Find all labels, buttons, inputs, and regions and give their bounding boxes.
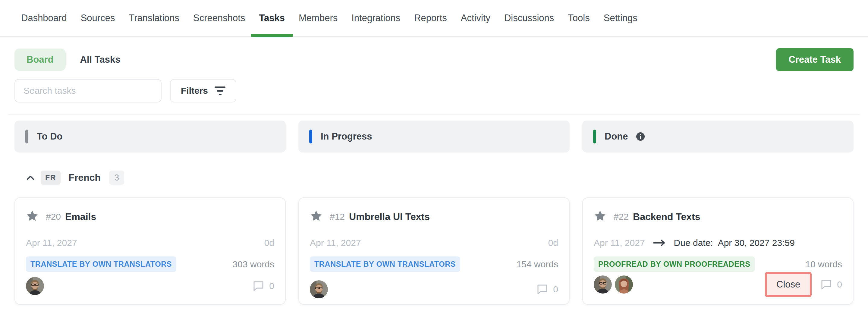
language-code-badge: FR	[41, 171, 61, 185]
task-card-12[interactable]: #12 Umbrella UI Texts Apr 11, 2027 0d TR…	[299, 198, 569, 305]
active-tab-underline	[251, 34, 293, 37]
due-date-value: Apr 30, 2027 23:59	[718, 238, 795, 248]
nav-item-discussions[interactable]: Discussions	[504, 0, 554, 36]
nav-item-translations[interactable]: Translations	[129, 0, 179, 36]
comments[interactable]: 0	[252, 280, 274, 292]
comment-icon	[252, 280, 264, 292]
board-view-button[interactable]: Board	[14, 49, 66, 71]
nav-item-activity[interactable]: Activity	[461, 0, 490, 36]
assignee-avatar	[26, 277, 44, 295]
create-task-button[interactable]: Create Task	[776, 48, 854, 71]
column-accent-bar	[309, 129, 312, 144]
divider	[8, 114, 860, 115]
column-accent-bar	[593, 129, 596, 144]
due-date-label: Due date:	[674, 238, 713, 248]
comment-count: 0	[837, 279, 842, 290]
duration: 0d	[548, 238, 558, 248]
assignee-avatar	[310, 280, 328, 298]
status-badge: PROOFREAD BY OWN PROOFREADERS	[594, 257, 755, 272]
nav-item-dashboard[interactable]: Dashboard	[21, 0, 67, 36]
nav-item-sources[interactable]: Sources	[81, 0, 115, 36]
filter-icon	[215, 87, 225, 95]
comments[interactable]: 0	[536, 283, 558, 295]
word-count: 303 words	[233, 259, 274, 269]
duration: 0d	[264, 238, 274, 248]
search-input[interactable]	[14, 79, 161, 102]
nav-item-screenshots[interactable]: Screenshots	[193, 0, 245, 36]
task-cards-row: #20 Emails Apr 11, 2027 0d TRANSLATE BY …	[0, 198, 868, 305]
collapse-chevron-icon[interactable]	[26, 174, 35, 181]
status-badge: TRANSLATE BY OWN TRANSLATORS	[26, 257, 176, 272]
view-toolbar: Board All Tasks Create Task	[0, 48, 868, 71]
column-todo: To Do	[14, 121, 286, 152]
filter-row: Filters	[0, 79, 868, 102]
column-in-progress: In Progress	[299, 121, 569, 152]
column-done: Done	[582, 121, 854, 152]
task-count-badge: 3	[109, 171, 124, 185]
filters-button-label: Filters	[181, 86, 208, 96]
column-label: In Progress	[321, 131, 372, 142]
nav-item-members[interactable]: Members	[299, 0, 338, 36]
assignee-avatar	[615, 275, 633, 294]
task-id: #20	[46, 212, 61, 222]
comment-count: 0	[269, 281, 274, 291]
task-title: Emails	[65, 211, 96, 222]
word-count: 10 words	[805, 259, 842, 269]
nav-item-reports[interactable]: Reports	[414, 0, 447, 36]
nav-item-settings[interactable]: Settings	[604, 0, 638, 36]
task-id: #22	[614, 212, 629, 222]
status-badge: TRANSLATE BY OWN TRANSLATORS	[310, 257, 460, 272]
nav-item-tools[interactable]: Tools	[568, 0, 590, 36]
filters-button[interactable]: Filters	[170, 79, 236, 102]
all-tasks-view-button[interactable]: All Tasks	[80, 54, 121, 65]
task-title: Backend Texts	[633, 211, 701, 222]
star-icon[interactable]	[594, 210, 607, 223]
arrow-right-icon	[653, 239, 666, 247]
star-icon[interactable]	[26, 210, 38, 223]
comments[interactable]: 0	[820, 279, 842, 290]
comment-icon	[820, 279, 832, 290]
start-date: Apr 11, 2027	[594, 238, 645, 248]
task-id: #12	[330, 212, 345, 222]
comment-icon	[536, 283, 548, 295]
language-group-header: FR French 3	[0, 171, 868, 185]
nav-item-integrations[interactable]: Integrations	[351, 0, 400, 36]
start-date: Apr 11, 2027	[26, 238, 77, 248]
assignee-avatar	[594, 275, 612, 294]
word-count: 154 words	[517, 259, 558, 269]
close-button[interactable]: Close	[765, 272, 812, 297]
info-icon[interactable]	[636, 132, 645, 141]
star-icon[interactable]	[310, 210, 322, 223]
task-card-22[interactable]: #22 Backend Texts Apr 11, 2027 Due date:…	[582, 198, 854, 305]
comment-count: 0	[553, 284, 558, 295]
column-label: Done	[604, 131, 628, 142]
board-column-headers: To Do In Progress Done	[0, 121, 868, 152]
column-accent-bar	[25, 129, 28, 144]
start-date: Apr 11, 2027	[310, 238, 361, 248]
language-name: French	[68, 172, 101, 183]
column-label: To Do	[37, 131, 63, 142]
nav-item-tasks[interactable]: Tasks	[259, 0, 285, 36]
top-nav: Dashboard Sources Translations Screensho…	[0, 0, 868, 37]
nav-item-tasks-label: Tasks	[259, 13, 285, 24]
task-card-20[interactable]: #20 Emails Apr 11, 2027 0d TRANSLATE BY …	[14, 198, 286, 305]
task-title: Umbrella UI Texts	[349, 211, 430, 222]
